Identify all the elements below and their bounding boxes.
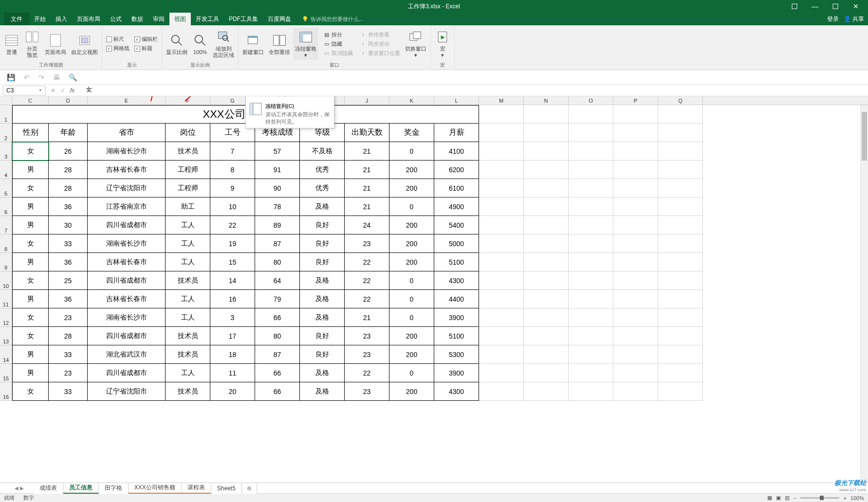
menu-view[interactable]: 视图 <box>169 13 191 25</box>
empty-cell[interactable] <box>613 161 658 179</box>
data-cell[interactable]: 5100 <box>434 327 479 345</box>
data-cell[interactable]: 工人 <box>166 234 210 253</box>
row-header[interactable]: 9 <box>0 253 12 271</box>
empty-cell[interactable] <box>613 234 658 253</box>
empty-cell[interactable] <box>613 364 658 382</box>
empty-cell[interactable] <box>613 216 658 234</box>
empty-cell[interactable] <box>658 142 703 161</box>
menu-data[interactable]: 数据 <box>127 13 148 25</box>
data-cell[interactable]: 女 <box>12 327 49 345</box>
print-button[interactable]: 🖶 <box>53 73 60 81</box>
data-cell[interactable]: 吉林省长春市 <box>88 161 166 179</box>
new-sheet-button[interactable]: ⊕ <box>242 483 257 494</box>
headings-checkbox[interactable]: ✓标题 <box>132 44 160 53</box>
empty-cell[interactable] <box>613 308 658 327</box>
empty-cell[interactable] <box>658 382 703 401</box>
empty-cell[interactable] <box>613 290 658 308</box>
empty-cell[interactable] <box>658 197 703 216</box>
empty-cell[interactable] <box>613 382 658 401</box>
data-cell[interactable]: 90 <box>255 179 300 197</box>
menu-baidu[interactable]: 百度网盘 <box>263 13 296 25</box>
data-cell[interactable]: 4100 <box>434 142 479 161</box>
data-cell[interactable]: 200 <box>389 327 434 345</box>
empty-cell[interactable] <box>569 345 613 364</box>
empty-cell[interactable] <box>479 271 524 290</box>
data-cell[interactable]: 工程师 <box>166 161 210 179</box>
enter-formula-icon[interactable]: ✓ <box>60 87 65 94</box>
empty-cell[interactable] <box>569 364 613 382</box>
data-cell[interactable]: 9 <box>210 179 255 197</box>
menu-home[interactable]: 开始 <box>29 13 51 25</box>
macro-button[interactable]: 宏▾ <box>433 28 452 60</box>
header-cell[interactable]: 岗位 <box>166 124 210 142</box>
sync-scroll-button[interactable]: ⫞同步滚动 <box>358 40 402 48</box>
column-header[interactable]: L <box>434 96 479 105</box>
menu-pagelayout[interactable]: 页面布局 <box>72 13 105 25</box>
fx-icon[interactable]: fx <box>70 87 78 94</box>
empty-cell[interactable] <box>524 327 569 345</box>
empty-cell[interactable] <box>524 308 569 327</box>
zoom-slider[interactable] <box>800 497 839 499</box>
header-cell[interactable]: 出勤天数 <box>345 124 389 142</box>
data-cell[interactable]: 0 <box>389 290 434 308</box>
row-header[interactable]: 3 <box>0 142 12 161</box>
data-cell[interactable]: 200 <box>389 179 434 197</box>
empty-cell[interactable] <box>479 161 524 179</box>
empty-cell[interactable] <box>479 253 524 271</box>
header-cell[interactable]: 年龄 <box>49 124 88 142</box>
login-link[interactable]: 登录 <box>827 15 839 23</box>
data-cell[interactable]: 及格 <box>300 308 345 327</box>
data-cell[interactable]: 22 <box>345 290 389 308</box>
data-cell[interactable]: 28 <box>49 179 88 197</box>
data-cell[interactable]: 19 <box>210 234 255 253</box>
data-cell[interactable]: 21 <box>345 308 389 327</box>
empty-cell[interactable] <box>613 179 658 197</box>
empty-cell[interactable] <box>658 345 703 364</box>
row-header[interactable]: 1 <box>0 105 12 124</box>
row-header[interactable]: 16 <box>0 382 12 401</box>
empty-cell[interactable] <box>479 216 524 234</box>
empty-cell[interactable] <box>524 345 569 364</box>
data-cell[interactable]: 0 <box>389 197 434 216</box>
data-cell[interactable]: 女 <box>12 142 49 161</box>
header-cell[interactable]: 性别 <box>12 124 49 142</box>
data-cell[interactable]: 21 <box>345 197 389 216</box>
row-header[interactable]: 11 <box>0 290 12 308</box>
data-cell[interactable]: 良好 <box>300 234 345 253</box>
zoom-in-button[interactable]: + <box>843 495 846 501</box>
data-cell[interactable]: 57 <box>255 142 300 161</box>
row-header[interactable]: 2 <box>0 124 12 142</box>
column-header[interactable]: M <box>479 96 524 105</box>
empty-cell[interactable] <box>569 124 613 142</box>
empty-cell[interactable] <box>569 308 613 327</box>
data-cell[interactable]: 4900 <box>434 197 479 216</box>
empty-cell[interactable] <box>569 290 613 308</box>
data-cell[interactable]: 79 <box>255 290 300 308</box>
data-cell[interactable]: 湖北省武汉市 <box>88 345 166 364</box>
empty-cell[interactable] <box>569 105 613 124</box>
data-cell[interactable]: 5000 <box>434 234 479 253</box>
share-button[interactable]: 👤 共享 <box>844 15 864 23</box>
data-cell[interactable]: 25 <box>49 271 88 290</box>
cancel-formula-icon[interactable]: ✕ <box>51 87 55 94</box>
vertical-scrollbar[interactable] <box>860 105 868 483</box>
sheet-tab[interactable]: XXX公司销售额 <box>129 483 182 494</box>
zoom-button[interactable]: 显示比例 <box>164 28 189 60</box>
data-cell[interactable]: 22 <box>345 364 389 382</box>
data-cell[interactable]: 24 <box>345 216 389 234</box>
data-cell[interactable]: 技术员 <box>166 327 210 345</box>
data-cell[interactable]: 四川省成都市 <box>88 271 166 290</box>
data-cell[interactable]: 80 <box>255 253 300 271</box>
view-normal-icon[interactable]: ▦ <box>767 495 772 501</box>
column-header[interactable]: E <box>88 96 166 105</box>
data-cell[interactable]: 200 <box>389 161 434 179</box>
row-header[interactable]: 5 <box>0 179 12 197</box>
data-cell[interactable]: 良好 <box>300 253 345 271</box>
empty-cell[interactable] <box>658 364 703 382</box>
empty-cell[interactable] <box>658 327 703 345</box>
data-cell[interactable]: 女 <box>12 382 49 401</box>
empty-cell[interactable] <box>479 234 524 253</box>
data-cell[interactable]: 男 <box>12 364 49 382</box>
empty-cell[interactable] <box>479 382 524 401</box>
empty-cell[interactable] <box>524 197 569 216</box>
